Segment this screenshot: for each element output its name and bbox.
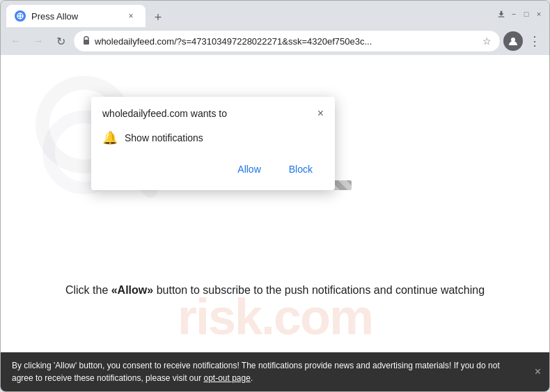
tab-area: Press Allow × +	[6, 1, 494, 27]
page-content: Click the «Allow» button to subscribe to…	[1, 55, 549, 352]
minimize-button[interactable]: −	[509, 9, 519, 19]
url-text: wholedailyfeed.com/?s=473103497228022271…	[95, 36, 478, 47]
lock-icon	[82, 36, 91, 47]
window-close-button[interactable]: ×	[534, 9, 544, 19]
menu-button[interactable]: ⋮	[526, 33, 544, 49]
back-button[interactable]: ←	[6, 31, 26, 51]
active-tab[interactable]: Press Allow ×	[6, 5, 146, 27]
profile-button[interactable]	[503, 31, 523, 51]
risk-watermark: risk.com	[178, 288, 372, 345]
popup-title: wholedailyfeed.com wants to	[102, 108, 227, 119]
notification-popup: wholedailyfeed.com wants to × 🔔 Show not…	[91, 97, 335, 190]
download-icon[interactable]	[496, 9, 506, 19]
maximize-button[interactable]: □	[521, 9, 531, 19]
url-box[interactable]: wholedailyfeed.com/?s=473103497228022271…	[73, 30, 501, 52]
tab-title: Press Allow	[31, 11, 119, 22]
browser-window: Press Allow × + − □ × ← → ↻	[0, 0, 550, 392]
bookmark-icon[interactable]: ☆	[482, 36, 492, 47]
popup-close-button[interactable]: ×	[317, 108, 324, 119]
bottom-bar-close-button[interactable]: ×	[535, 366, 541, 378]
window-controls: − □ ×	[496, 9, 544, 19]
bottom-notification-bar: By clicking 'Allow' button, you consent …	[1, 352, 549, 391]
svg-rect-3	[498, 17, 505, 17]
opt-out-link[interactable]: opt-out page	[203, 373, 250, 383]
popup-body: 🔔 Show notifications	[102, 127, 324, 148]
popup-body-text: Show notifications	[125, 132, 203, 143]
svg-rect-4	[84, 40, 89, 45]
bottom-bar-text: By clicking 'Allow' button, you consent …	[12, 359, 521, 384]
address-bar: ← → ↻ wholedailyfeed.com/?s=473103497228…	[1, 27, 549, 55]
new-tab-button[interactable]: +	[148, 8, 168, 27]
popup-actions: Allow Block	[102, 159, 324, 179]
reload-button[interactable]: ↻	[51, 31, 70, 51]
forward-button[interactable]: →	[29, 31, 48, 51]
tab-close-button[interactable]: ×	[125, 10, 137, 22]
bell-icon: 🔔	[102, 130, 118, 146]
tab-favicon	[15, 10, 26, 22]
title-bar: Press Allow × + − □ ×	[1, 1, 549, 27]
allow-button[interactable]: Allow	[226, 159, 272, 179]
bottom-bar-text-part2: .	[251, 373, 253, 383]
block-button[interactable]: Block	[278, 159, 324, 179]
popup-header: wholedailyfeed.com wants to ×	[102, 108, 324, 119]
bottom-bar-text-part1: By clicking 'Allow' button, you consent …	[12, 361, 500, 383]
